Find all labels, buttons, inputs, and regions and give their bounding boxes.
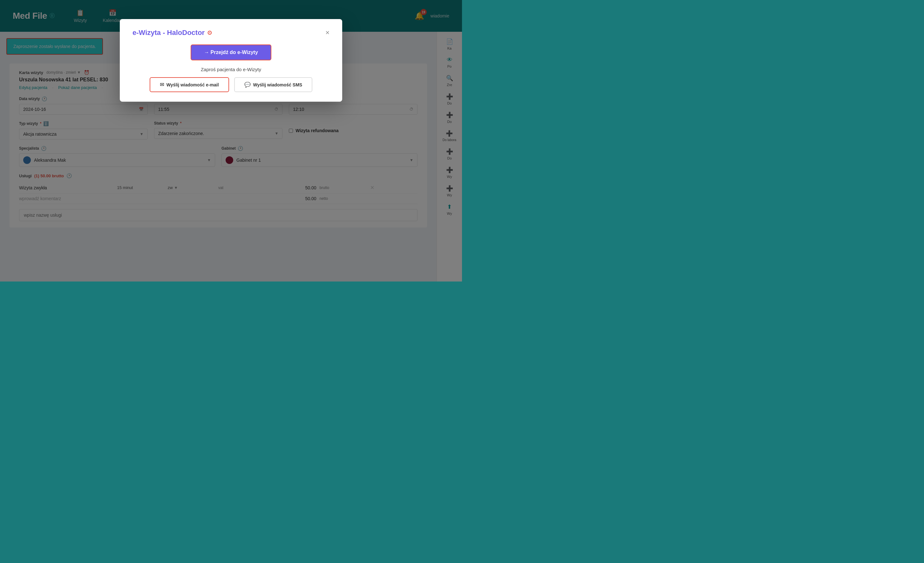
modal-close-btn[interactable]: × (326, 29, 330, 36)
goto-btn-area: → Przejdź do e-Wizyty (132, 45, 330, 60)
invite-buttons: ✉ Wyślij wiadomość e-mail 💬 Wyślij wiado… (132, 77, 330, 92)
invite-label: Zaproś pacjenta do e-Wizyty (132, 67, 330, 72)
modal-overlay: e-Wizyta - HaloDoctor ⊙ × → Przejdź do e… (0, 0, 462, 281)
app-background: Med File ® 📋 Wizyty 📅 Kalendarz 🔔 19 wia… (0, 0, 462, 281)
modal-header: e-Wizyta - HaloDoctor ⊙ × (132, 29, 330, 37)
modal-title: e-Wizyta - HaloDoctor ⊙ (132, 29, 212, 37)
send-sms-btn[interactable]: 💬 Wyślij wiadomość SMS (234, 77, 313, 92)
email-btn-label: Wyślij wiadomość e-mail (166, 82, 219, 87)
send-email-btn[interactable]: ✉ Wyślij wiadomość e-mail (150, 77, 229, 92)
modal-ewizyta: e-Wizyta - HaloDoctor ⊙ × → Przejdź do e… (120, 19, 342, 102)
help-icon[interactable]: ⊙ (207, 29, 212, 36)
goto-ewizyta-btn[interactable]: → Przejdź do e-Wizyty (190, 45, 272, 60)
sms-icon: 💬 (244, 82, 251, 88)
sms-btn-label: Wyślij wiadomość SMS (253, 82, 303, 87)
email-icon: ✉ (160, 82, 164, 88)
